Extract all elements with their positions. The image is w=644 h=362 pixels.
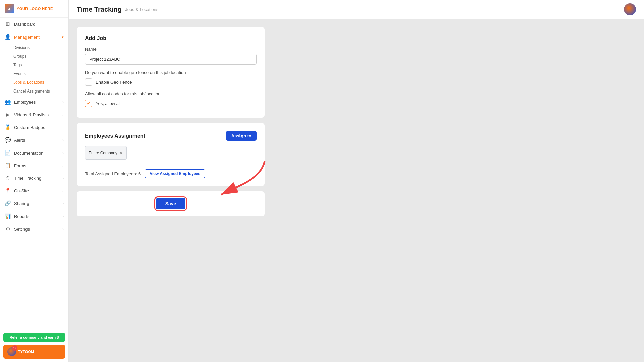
- sidebar-item-settings[interactable]: ⚙ Settings ›: [0, 223, 68, 235]
- management-chevron: ▾: [62, 35, 64, 39]
- sidebar-item-dashboard[interactable]: ⊞ Dashboard: [0, 18, 68, 31]
- subnav-jobs-locations[interactable]: Jobs & Locations: [13, 78, 68, 87]
- sidebar-item-time-tracking[interactable]: ⏱ Time Tracking ›: [0, 172, 68, 184]
- alerts-chevron: ›: [62, 138, 64, 142]
- forms-icon: 📋: [5, 163, 11, 169]
- sidebar-item-reports[interactable]: 📊 Reports ›: [0, 210, 68, 223]
- sidebar-item-alerts[interactable]: 💬 Alerts ›: [0, 134, 68, 146]
- custom-badges-icon: 🏅: [5, 124, 11, 130]
- save-button[interactable]: Save: [156, 198, 186, 209]
- management-subnav: Divisions Groups Tags Events Jobs & Loca…: [0, 43, 68, 96]
- tag-entire-company: Entire Company ✕: [85, 146, 127, 160]
- sharing-chevron: ›: [62, 201, 64, 205]
- assigned-count: Total Assigned Employees: 6: [85, 171, 141, 176]
- assignment-title: Employees Assignment: [85, 133, 145, 139]
- geo-question: Do you want to enable geo fence on this …: [85, 70, 257, 75]
- earn-label: Refer a company and earn $: [10, 335, 59, 339]
- forms-chevron: ›: [62, 164, 64, 168]
- content-area: Add Job Name Do you want to enable geo f…: [69, 19, 644, 362]
- documentation-icon: 📄: [5, 150, 11, 156]
- subnav-cancel-assignments[interactable]: Cancel Assignments: [13, 87, 68, 96]
- sidebar-item-management[interactable]: 👤 Management ▾: [0, 31, 68, 43]
- logo-text: YOUR LOGO HERE: [17, 7, 53, 11]
- page-title: Time Tracking: [77, 6, 122, 13]
- sidebar-item-sharing[interactable]: 🔗 Sharing ›: [0, 197, 68, 210]
- tag-remove-button[interactable]: ✕: [119, 150, 123, 156]
- settings-chevron: ›: [62, 227, 64, 231]
- sidebar-label-reports: Reports: [14, 214, 30, 219]
- logo-area: ▲ YOUR LOGO HERE: [0, 0, 68, 18]
- sidebar-label-employees: Employees: [14, 100, 36, 105]
- videos-icon: ▶: [5, 112, 11, 118]
- sidebar-label-on-site: On-Site: [14, 188, 29, 193]
- time-tracking-icon: ⏱: [5, 175, 11, 181]
- name-input[interactable]: [85, 54, 257, 65]
- earn-badge[interactable]: Refer a company and earn $: [3, 333, 65, 342]
- sidebar-label-documentation: Documentation: [14, 150, 43, 156]
- alerts-icon: 💬: [5, 137, 11, 143]
- on-site-chevron: ›: [62, 189, 64, 193]
- cost-question: Allow all cost codes for this job/locati…: [85, 91, 257, 96]
- add-job-title: Add Job: [85, 35, 257, 41]
- sidebar-label-videos: Videos & Playlists: [14, 112, 49, 117]
- management-icon: 👤: [5, 34, 11, 40]
- logo-icon: ▲: [5, 4, 14, 13]
- sidebar-label-sharing: Sharing: [14, 201, 29, 206]
- assign-to-button[interactable]: Assign to: [226, 131, 257, 141]
- sidebar-item-employees[interactable]: 👥 Employees ›: [0, 96, 68, 108]
- settings-icon: ⚙: [5, 226, 11, 232]
- geo-fence-label: Enable Geo Fence: [96, 80, 132, 85]
- sidebar-item-custom-badges[interactable]: 🏅 Custom Badges: [0, 121, 68, 134]
- sidebar-label-settings: Settings: [14, 227, 30, 232]
- sidebar: ▲ YOUR LOGO HERE ⊞ Dashboard 👤 Managemen…: [0, 0, 69, 362]
- subnav-divisions[interactable]: Divisions: [13, 43, 68, 52]
- time-tracking-chevron: ›: [62, 176, 64, 180]
- breadcrumb: Jobs & Locations: [125, 7, 158, 12]
- main-area: Time Tracking Jobs & Locations Add Job N…: [69, 0, 644, 362]
- sidebar-label-management: Management: [14, 35, 40, 40]
- notif-count: 12: [12, 345, 17, 351]
- topbar: Time Tracking Jobs & Locations: [69, 0, 644, 19]
- name-label: Name: [85, 47, 257, 52]
- sidebar-item-forms[interactable]: 📋 Forms ›: [0, 159, 68, 172]
- subnav-groups[interactable]: Groups: [13, 52, 68, 61]
- assignment-tags: Entire Company ✕: [85, 146, 257, 160]
- save-card: Save: [77, 191, 265, 216]
- assignment-header: Employees Assignment Assign to: [85, 131, 257, 141]
- sidebar-label-forms: Forms: [14, 163, 26, 168]
- sidebar-item-videos[interactable]: ▶ Videos & Playlists ›: [0, 108, 68, 121]
- notification-bar[interactable]: TYFOOM 12: [3, 345, 65, 359]
- user-avatar[interactable]: [624, 3, 636, 15]
- assignment-card: Employees Assignment Assign to Entire Co…: [77, 123, 265, 186]
- geo-fence-row: Enable Geo Fence: [85, 78, 257, 86]
- employees-chevron: ›: [62, 100, 64, 104]
- assigned-footer: Total Assigned Employees: 6 View Assigne…: [85, 165, 257, 178]
- sidebar-label-dashboard: Dashboard: [14, 22, 36, 27]
- reports-chevron: ›: [62, 214, 64, 218]
- view-assigned-button[interactable]: View Assigned Employees: [145, 169, 205, 178]
- reports-icon: 📊: [5, 213, 11, 219]
- dashboard-icon: ⊞: [5, 21, 11, 27]
- videos-chevron: ›: [62, 113, 64, 117]
- add-job-card: Add Job Name Do you want to enable geo f…: [77, 27, 265, 118]
- employees-icon: 👥: [5, 99, 11, 105]
- notif-label: TYFOOM: [18, 350, 34, 354]
- subnav-tags[interactable]: Tags: [13, 61, 68, 69]
- geo-fence-checkbox[interactable]: [85, 78, 92, 86]
- on-site-icon: 📍: [5, 188, 11, 194]
- sidebar-label-alerts: Alerts: [14, 138, 25, 143]
- documentation-chevron: ›: [62, 151, 64, 155]
- subnav-events[interactable]: Events: [13, 69, 68, 78]
- sharing-icon: 🔗: [5, 200, 11, 206]
- sidebar-label-time-tracking: Time Tracking: [14, 176, 41, 181]
- tag-label: Entire Company: [89, 150, 117, 155]
- cost-codes-row: Yes, allow all: [85, 100, 257, 107]
- sidebar-item-documentation[interactable]: 📄 Documentation ›: [0, 146, 68, 159]
- sidebar-label-custom-badges: Custom Badges: [14, 125, 45, 130]
- cost-codes-label: Yes, allow all: [96, 101, 121, 106]
- sidebar-item-on-site[interactable]: 📍 On-Site ›: [0, 184, 68, 197]
- cost-codes-checkbox[interactable]: [85, 100, 92, 107]
- sidebar-bottom: Refer a company and earn $ TYFOOM 12: [0, 329, 68, 362]
